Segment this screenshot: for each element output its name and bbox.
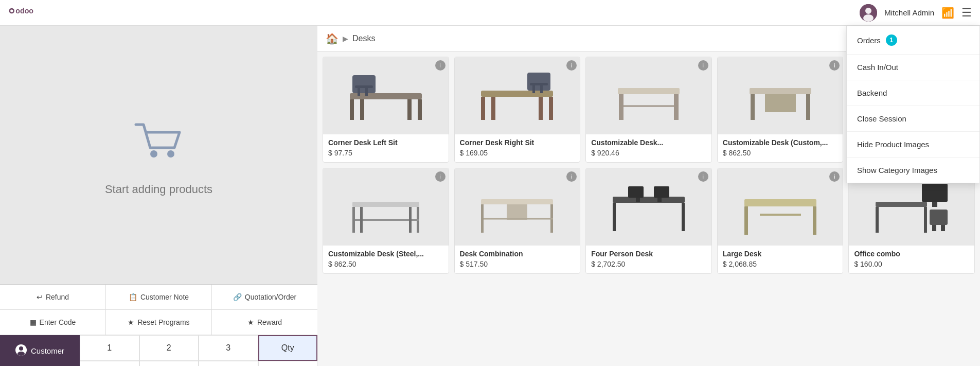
product-name: Customizable Desk (Steel,...	[328, 250, 443, 258]
numpad-pct-disc[interactable]: % Disc	[258, 361, 318, 366]
home-icon[interactable]: 🏠	[326, 32, 338, 45]
product-details: Customizable Desk (Steel,... $ 862.50	[323, 246, 449, 273]
svg-rect-69	[930, 210, 948, 225]
svg-rect-17	[355, 85, 373, 88]
product-name: Customizable Desk...	[591, 138, 706, 147]
numpad-qty[interactable]: Qty	[258, 335, 318, 361]
svg-rect-27	[532, 85, 535, 93]
show-category-images-label: Show Category Images	[857, 166, 937, 175]
product-price: $ 862.50	[328, 260, 443, 268]
svg-rect-30	[619, 94, 623, 120]
product-price: $ 2,702.50	[591, 260, 706, 268]
dropdown-orders[interactable]: Orders 1	[847, 26, 979, 55]
close-session-label: Close Session	[857, 114, 906, 123]
enter-code-button[interactable]: ▦ Enter Code	[0, 310, 106, 335]
breadcrumb-separator: ▶	[343, 34, 348, 43]
svg-rect-54	[613, 203, 616, 231]
product-info-icon[interactable]: i	[566, 60, 577, 71]
svg-rect-16	[352, 75, 376, 93]
customer-note-icon: 📋	[129, 293, 137, 301]
product-card[interactable]: i Large Desk $ 2,068.85	[717, 168, 844, 274]
product-price: $ 862.50	[723, 149, 838, 157]
svg-rect-12	[350, 99, 354, 120]
svg-rect-21	[481, 97, 485, 120]
product-info-icon[interactable]: i	[698, 171, 708, 182]
product-name: Customizable Desk (Custom,...	[723, 138, 838, 147]
product-info-icon[interactable]: i	[435, 171, 446, 182]
dropdown-menu: Orders 1 Cash In/Out Backend Close Sessi…	[846, 26, 980, 183]
product-info-icon[interactable]: i	[435, 60, 446, 71]
numpad-6[interactable]: 6	[199, 361, 258, 366]
dropdown-backend[interactable]: Backend	[847, 80, 979, 106]
enter-code-label: Enter Code	[40, 318, 76, 326]
product-name: Office combo	[854, 250, 969, 258]
svg-point-1	[10, 9, 13, 12]
product-card[interactable]: i Customizable Desk (Steel,... $ 862.50	[323, 168, 449, 274]
reset-programs-button[interactable]: ★ Reset Programs	[106, 310, 212, 335]
product-info-icon[interactable]: i	[698, 60, 708, 71]
product-info-icon[interactable]: i	[829, 171, 840, 182]
dropdown-hide-product-images[interactable]: Hide Product Images	[847, 132, 979, 158]
product-card[interactable]: i Four Person Desk $ 2,702.50	[585, 168, 712, 274]
svg-rect-14	[360, 99, 364, 120]
svg-point-4	[865, 8, 871, 14]
product-card[interactable]: i Office combo $ 160.00	[848, 168, 975, 274]
topbar: odoo Mitchell Admin 📶 ☰	[0, 0, 980, 26]
product-details: Corner Desk Left Sit $ 97.75	[323, 134, 449, 162]
svg-rect-68	[932, 202, 937, 207]
main-area: Start adding products ↩ Refund 📋 Custome…	[0, 26, 980, 366]
product-card[interactable]: i Corner Desk Left Sit $ 97.75	[323, 57, 449, 163]
backend-label: Backend	[857, 89, 887, 97]
customer-button[interactable]: Customer	[0, 335, 80, 366]
product-image: i	[718, 168, 843, 246]
refund-button[interactable]: ↩ Refund	[0, 285, 106, 309]
product-image: i	[323, 57, 449, 134]
numpad-4[interactable]: 4	[80, 361, 139, 366]
customer-icon	[15, 344, 27, 357]
svg-rect-60	[744, 199, 816, 206]
numpad-1[interactable]: 1	[80, 335, 139, 361]
product-name: Corner Desk Right Sit	[460, 138, 575, 147]
star-icon-reset: ★	[128, 318, 134, 326]
numpad-5[interactable]: 5	[139, 361, 199, 366]
product-details: Customizable Desk (Custom,... $ 862.50	[718, 134, 843, 162]
refund-icon: ↩	[37, 293, 43, 301]
cash-in-out-label: Cash In/Out	[857, 63, 898, 72]
product-card[interactable]: i Corner Desk Right Sit $ 169.05	[454, 57, 581, 163]
svg-rect-11	[350, 93, 422, 99]
dropdown-close-session[interactable]: Close Session	[847, 106, 979, 132]
svg-rect-18	[358, 88, 360, 96]
svg-point-10	[17, 352, 25, 356]
wifi-icon: 📶	[941, 7, 954, 19]
svg-rect-36	[751, 94, 755, 120]
svg-rect-58	[636, 198, 640, 202]
refund-label: Refund	[46, 293, 69, 301]
svg-rect-24	[539, 97, 543, 120]
dropdown-cash-in-out[interactable]: Cash In/Out	[847, 55, 979, 80]
svg-rect-31	[674, 94, 679, 120]
hamburger-menu-icon[interactable]: ☰	[961, 6, 972, 20]
product-card[interactable]: i Desk Combination $ 517.50	[454, 168, 581, 274]
product-card[interactable]: i Customizable Desk (Custom,... $ 862.50	[717, 57, 844, 163]
customer-note-button[interactable]: 📋 Customer Note	[106, 285, 212, 309]
product-price: $ 97.75	[328, 149, 443, 157]
product-image: i	[586, 57, 711, 134]
svg-rect-63	[760, 214, 801, 216]
product-info-icon[interactable]: i	[566, 171, 577, 182]
product-card[interactable]: i Customizable Desk... $ 920.46	[585, 57, 712, 163]
numpad-2[interactable]: 2	[139, 335, 199, 361]
left-panel: Start adding products ↩ Refund 📋 Custome…	[0, 26, 317, 366]
cart-empty-text: Start adding products	[105, 183, 212, 196]
numpad-3[interactable]: 3	[199, 335, 258, 361]
numpad-customer-row: Customer 1 2 3 Qty 4 5 6 % Disc	[0, 335, 317, 366]
reward-button[interactable]: ★ Reward	[212, 310, 317, 335]
product-price: $ 169.05	[460, 149, 575, 157]
orders-badge: 1	[886, 34, 897, 46]
quotation-order-button[interactable]: 🔗 Quotation/Order	[212, 285, 317, 309]
customer-note-label: Customer Note	[140, 293, 189, 301]
svg-rect-59	[657, 198, 662, 202]
svg-rect-25	[527, 73, 550, 91]
svg-rect-38	[765, 94, 796, 112]
dropdown-show-category-images[interactable]: Show Category Images	[847, 158, 979, 183]
product-info-icon[interactable]: i	[829, 60, 840, 71]
